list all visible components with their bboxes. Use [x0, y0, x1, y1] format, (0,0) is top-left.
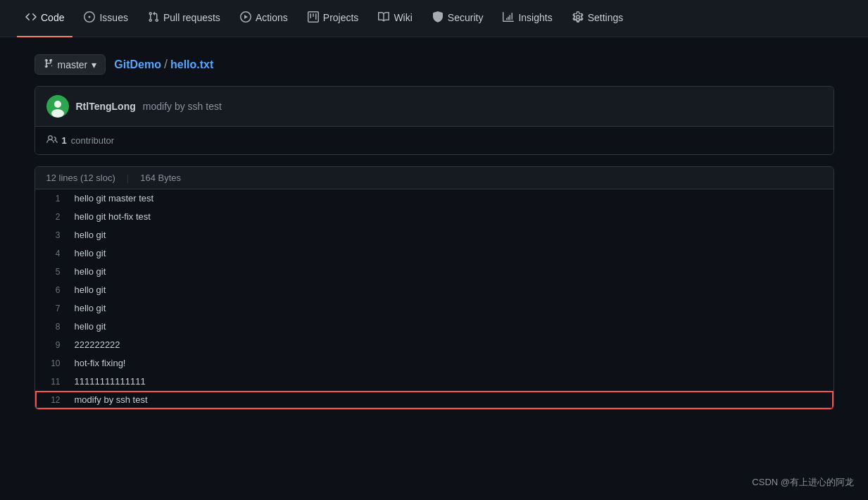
branch-name: master	[58, 59, 88, 70]
commit-message: modify by ssh test	[143, 101, 222, 112]
line-number[interactable]: 8	[35, 318, 69, 336]
breadcrumb-file[interactable]: hello.txt	[170, 58, 213, 71]
nav-security-label: Security	[448, 12, 484, 23]
pull-requests-icon	[148, 11, 159, 25]
contributors-count: 1	[62, 135, 67, 146]
nav-security[interactable]: Security	[424, 0, 492, 37]
code-line: 6hello git	[35, 281, 834, 299]
watermark: CSDN @有上进心的阿龙	[752, 476, 854, 489]
breadcrumb: GitDemo / hello.txt	[114, 57, 213, 72]
file-info-divider: |	[127, 173, 129, 183]
code-line: 2hello git hot-fix test	[35, 208, 834, 226]
code-line: 9222222222	[35, 336, 834, 354]
branch-dropdown-icon: ▾	[92, 59, 96, 70]
code-line: 1111111111111111	[35, 373, 834, 391]
code-line: 12modify by ssh test	[35, 391, 834, 409]
line-content: hello git	[69, 244, 834, 263]
nav-settings[interactable]: Settings	[564, 0, 632, 37]
main-content: master ▾ GitDemo / hello.txt RtlTengLong…	[12, 37, 857, 427]
breadcrumb-separator: /	[164, 57, 168, 72]
nav-insights-label: Insights	[518, 12, 552, 23]
line-number[interactable]: 4	[35, 244, 69, 263]
nav-pull-requests[interactable]: Pull requests	[139, 0, 229, 37]
line-number[interactable]: 3	[35, 226, 69, 244]
nav-projects-label: Projects	[323, 12, 359, 23]
line-content: hello git	[69, 281, 834, 299]
nav-wiki[interactable]: Wiki	[370, 0, 420, 37]
projects-icon	[308, 11, 319, 25]
line-content: modify by ssh test	[69, 391, 834, 409]
breadcrumb-repo[interactable]: GitDemo	[114, 58, 161, 71]
line-number[interactable]: 12	[35, 391, 69, 409]
line-content: 11111111111111	[69, 373, 834, 391]
nav-insights[interactable]: Insights	[494, 0, 560, 37]
commit-username[interactable]: RtlTengLong	[76, 101, 136, 112]
nav-issues[interactable]: Issues	[75, 0, 136, 37]
file-size: 164 Bytes	[140, 173, 181, 183]
branch-selector[interactable]: master ▾	[34, 54, 106, 75]
nav-settings-label: Settings	[588, 12, 624, 23]
commit-box: RtlTengLong modify by ssh test 1 contrib…	[34, 86, 834, 155]
nav-issues-label: Issues	[99, 12, 127, 23]
file-header-row: master ▾ GitDemo / hello.txt	[34, 54, 834, 75]
settings-icon	[572, 11, 584, 25]
line-content: hello git hot-fix test	[69, 208, 834, 226]
svg-point-2	[51, 109, 64, 118]
code-line: 10hot-fix fixing!	[35, 354, 834, 373]
line-number[interactable]: 6	[35, 281, 69, 299]
wiki-icon	[378, 11, 389, 25]
security-icon	[432, 11, 444, 25]
line-number[interactable]: 10	[35, 354, 69, 373]
issues-icon	[84, 11, 95, 25]
line-content: hello git	[69, 299, 834, 318]
line-number[interactable]: 7	[35, 299, 69, 318]
line-content: hello git	[69, 263, 834, 281]
line-content: hello git	[69, 226, 834, 244]
avatar	[46, 95, 69, 118]
file-info-bar: 12 lines (12 sloc) | 164 Bytes	[35, 167, 834, 189]
code-line: 4hello git	[35, 244, 834, 263]
line-content: 222222222	[69, 336, 834, 354]
nav-wiki-label: Wiki	[394, 12, 412, 23]
line-number[interactable]: 2	[35, 208, 69, 226]
code-viewer: 1hello git master test2hello git hot-fix…	[35, 189, 834, 409]
nav-pull-requests-label: Pull requests	[163, 12, 220, 23]
line-content: hot-fix fixing!	[69, 354, 834, 373]
nav-actions-label: Actions	[256, 12, 288, 23]
actions-icon	[240, 11, 251, 25]
code-line: 7hello git	[35, 299, 834, 318]
nav-code-label: Code	[41, 12, 64, 23]
contributors-row: 1 contributor	[35, 127, 834, 154]
line-number[interactable]: 11	[35, 373, 69, 391]
file-viewer: 12 lines (12 sloc) | 164 Bytes 1hello gi…	[34, 166, 834, 410]
line-number[interactable]: 5	[35, 263, 69, 281]
line-number[interactable]: 9	[35, 336, 69, 354]
code-line: 5hello git	[35, 263, 834, 281]
nav-code[interactable]: Code	[17, 0, 73, 37]
contributors-icon	[46, 134, 58, 147]
contributors-label: contributor	[71, 135, 114, 146]
insights-icon	[503, 11, 514, 25]
code-line: 1hello git master test	[35, 189, 834, 208]
file-lines: 12 lines (12 sloc)	[46, 173, 115, 183]
svg-point-1	[54, 101, 61, 108]
branch-icon	[44, 58, 54, 70]
nav-projects[interactable]: Projects	[299, 0, 367, 37]
code-icon	[25, 11, 37, 25]
line-content: hello git	[69, 318, 834, 336]
line-content: hello git master test	[69, 189, 834, 208]
line-number[interactable]: 1	[35, 189, 69, 208]
code-line: 3hello git	[35, 226, 834, 244]
commit-row: RtlTengLong modify by ssh test	[35, 87, 834, 127]
nav-actions[interactable]: Actions	[232, 0, 296, 37]
top-navigation: Code Issues Pull requests Actions	[0, 0, 868, 37]
code-line: 8hello git	[35, 318, 834, 336]
